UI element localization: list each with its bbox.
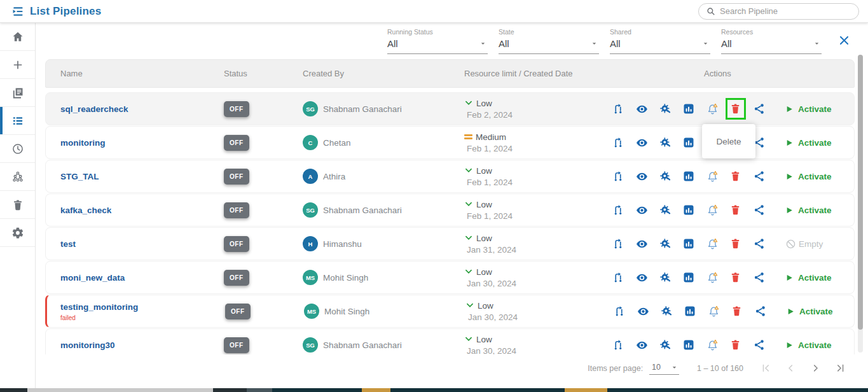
gear-search-icon[interactable] [661, 305, 672, 317]
gear-search-icon[interactable] [659, 103, 671, 115]
alert-bell-icon[interactable] [706, 238, 718, 249]
status-badge[interactable]: OFF [224, 337, 249, 353]
pipeline-name-link[interactable]: monitoring [60, 138, 106, 148]
status-badge[interactable]: OFF [224, 101, 249, 117]
delete-trash-icon[interactable] [731, 305, 743, 317]
filter-running-status[interactable]: Running Status All [387, 28, 488, 54]
bar-chart-icon[interactable] [683, 103, 694, 115]
gear-search-icon[interactable] [659, 339, 671, 351]
sidebar-item-trash[interactable] [0, 191, 35, 219]
trash-highlight-box [731, 305, 743, 317]
sidebar-item-settings[interactable] [0, 219, 35, 247]
rerun-flow-icon[interactable] [612, 339, 624, 351]
rerun-flow-icon[interactable] [612, 272, 624, 283]
bar-chart-icon[interactable] [683, 137, 694, 148]
view-eye-icon[interactable] [637, 305, 649, 317]
pipeline-name-link[interactable]: testing_monitoring [60, 302, 138, 312]
pipeline-name-link[interactable]: sql_readercheck [60, 104, 128, 114]
previous-page-icon[interactable] [786, 363, 796, 373]
delete-trash-icon[interactable] [730, 171, 741, 182]
share-icon[interactable] [754, 171, 765, 182]
pipeline-name-link[interactable]: STG_TAL [60, 172, 99, 181]
bar-chart-icon[interactable] [683, 204, 694, 216]
view-eye-icon[interactable] [636, 171, 647, 182]
view-eye-icon[interactable] [636, 339, 647, 351]
close-filters-icon[interactable] [838, 34, 850, 49]
status-badge[interactable]: OFF [225, 304, 251, 319]
gear-search-icon[interactable] [659, 272, 671, 283]
filter-shared[interactable]: Shared All [610, 28, 710, 54]
alert-bell-icon[interactable] [706, 272, 718, 283]
activate-button[interactable]: Activate [785, 273, 832, 283]
scrollbar-thumb[interactable] [858, 55, 863, 330]
delete-trash-icon[interactable] [730, 272, 741, 283]
status-badge[interactable]: OFF [224, 202, 249, 218]
bar-chart-icon[interactable] [684, 305, 696, 317]
status-badge[interactable]: OFF [224, 270, 249, 286]
gear-search-icon[interactable] [659, 204, 671, 216]
sidebar-item-history[interactable] [0, 135, 35, 163]
alert-bell-icon[interactable] [706, 103, 718, 115]
filter-resources[interactable]: Resources All [721, 28, 822, 54]
rerun-flow-icon[interactable] [612, 204, 624, 216]
clock-icon [11, 143, 24, 155]
status-badge[interactable]: OFF [224, 135, 249, 151]
activate-button[interactable]: Activate [785, 340, 832, 350]
view-eye-icon[interactable] [636, 238, 647, 249]
rerun-flow-icon[interactable] [614, 305, 625, 317]
share-icon[interactable] [754, 204, 765, 216]
gear-search-icon[interactable] [659, 171, 671, 182]
pipeline-name-link[interactable]: moni_new_data [60, 273, 125, 283]
sidebar-item-list-pipelines[interactable] [0, 107, 35, 135]
sidebar-item-documents[interactable] [0, 79, 35, 107]
gear-search-icon[interactable] [659, 137, 671, 148]
activate-button[interactable]: Activate [785, 104, 832, 114]
activate-button[interactable]: Activate [785, 172, 832, 181]
alert-bell-icon[interactable] [706, 339, 718, 351]
bar-chart-icon[interactable] [683, 339, 694, 351]
rerun-flow-icon[interactable] [612, 137, 624, 148]
bar-chart-icon[interactable] [683, 272, 694, 283]
pipeline-name-link[interactable]: kafka_check [60, 206, 111, 215]
delete-trash-icon[interactable] [730, 103, 741, 115]
status-badge[interactable]: OFF [224, 236, 249, 252]
alert-bell-icon[interactable] [708, 305, 719, 317]
gear-search-icon[interactable] [659, 238, 671, 249]
alert-bell-icon[interactable] [706, 204, 718, 216]
rerun-flow-icon[interactable] [612, 103, 624, 115]
delete-trash-icon[interactable] [730, 238, 741, 249]
last-page-icon[interactable] [836, 363, 845, 373]
activate-button[interactable]: Activate [785, 138, 832, 148]
share-icon[interactable] [754, 238, 765, 249]
activate-button[interactable]: Activate [785, 206, 832, 215]
bar-chart-icon[interactable] [683, 171, 694, 182]
share-icon[interactable] [754, 103, 765, 115]
sidebar-item-create-new[interactable] [0, 51, 35, 79]
delete-trash-icon[interactable] [730, 339, 741, 351]
search-input[interactable] [720, 6, 851, 16]
rerun-flow-icon[interactable] [612, 238, 624, 249]
view-eye-icon[interactable] [636, 272, 647, 283]
pipeline-name-link[interactable]: monitoring30 [60, 340, 115, 350]
scrollbar-track[interactable] [858, 55, 863, 353]
activate-button[interactable]: Activate [787, 307, 833, 316]
first-page-icon[interactable] [761, 363, 771, 373]
rerun-flow-icon[interactable] [612, 171, 624, 182]
items-per-page-select[interactable]: 10 [649, 361, 679, 375]
delete-trash-icon[interactable] [730, 204, 741, 216]
alert-bell-icon[interactable] [706, 171, 718, 182]
view-eye-icon[interactable] [636, 103, 647, 115]
bar-chart-icon[interactable] [683, 238, 694, 249]
status-badge[interactable]: OFF [224, 169, 249, 185]
view-eye-icon[interactable] [636, 204, 647, 216]
share-icon[interactable] [755, 305, 766, 317]
share-icon[interactable] [754, 339, 765, 351]
filter-state[interactable]: State All [499, 28, 599, 54]
sidebar-item-connections[interactable] [0, 163, 35, 191]
sidebar-item-home[interactable] [0, 23, 35, 51]
search-pipeline[interactable] [698, 3, 859, 20]
share-icon[interactable] [754, 272, 765, 283]
next-page-icon[interactable] [811, 363, 820, 373]
view-eye-icon[interactable] [636, 137, 647, 148]
pipeline-name-link[interactable]: test [60, 239, 76, 249]
